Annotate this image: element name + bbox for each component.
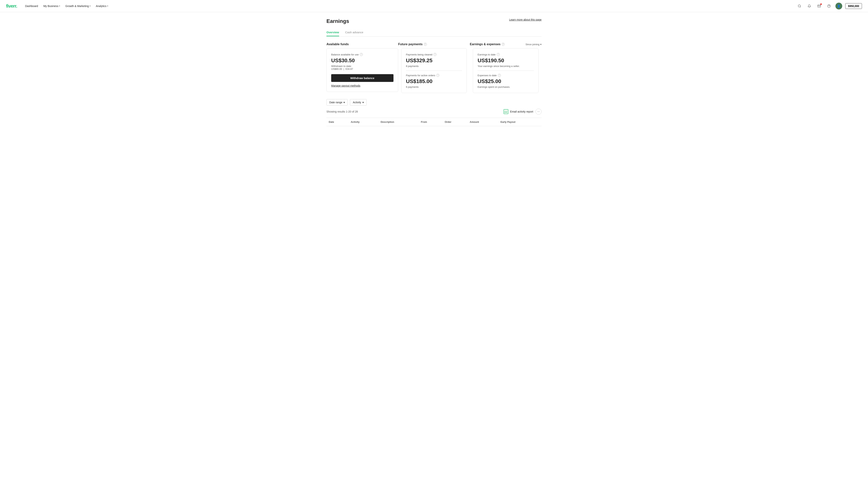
tab-overview[interactable]: Overview xyxy=(326,29,339,36)
earnings-expenses-title: Earnings & expenses ? xyxy=(470,43,505,46)
help-icon[interactable] xyxy=(826,3,832,10)
payments-clearing-card: Payments being cleared ? US$329.25 8 pay… xyxy=(401,48,467,93)
navbar: fiverr. Dashboard My Business ▾ Growth &… xyxy=(0,0,868,12)
active-orders-label: Payments for active orders ? xyxy=(406,74,462,77)
activity-filter[interactable]: Activity ▾ xyxy=(350,99,366,105)
results-count: Showing results 1-20 of 28 xyxy=(326,110,358,113)
nav-left: fiverr. Dashboard My Business ▾ Growth &… xyxy=(6,3,110,9)
avatar[interactable]: 👤 xyxy=(835,3,842,10)
messages-icon[interactable] xyxy=(816,3,823,10)
chevron-down-icon: ▾ xyxy=(59,5,60,7)
logo-dot: . xyxy=(16,3,17,9)
filters-row: Date range ▾ Activity ▾ xyxy=(326,99,542,105)
page-container: Earnings Learn more about this page Over… xyxy=(320,12,548,126)
earnings-to-date-amount: US$190.50 xyxy=(478,57,534,64)
future-payments-title: Future payments ? xyxy=(398,43,427,46)
csv-icon: CSV xyxy=(503,109,509,114)
col-from: From xyxy=(419,118,443,126)
col-early-payout: Early Payout xyxy=(498,118,542,126)
learn-more-link[interactable]: Learn more about this page xyxy=(509,18,542,21)
date-range-filter[interactable]: Date range ▾ xyxy=(326,99,348,105)
expenses-to-date-sub: Earnings spent on purchases. xyxy=(478,86,534,88)
future-payments-section: Future payments ? Payments being cleared… xyxy=(398,43,470,93)
nav-growth-marketing[interactable]: Growth & Marketing ▾ xyxy=(64,3,92,9)
svg-point-0 xyxy=(798,5,800,7)
balance-label: Balance available for use ? xyxy=(331,53,393,56)
earnings-expenses-header: Earnings & expenses ? Since joining ▾ xyxy=(470,43,542,46)
available-funds-header: Available funds xyxy=(326,43,398,46)
nav-analytics[interactable]: Analytics ▾ xyxy=(94,3,110,9)
col-description: Description xyxy=(378,118,419,126)
clearing-label: Payments being cleared ? xyxy=(406,53,462,56)
col-activity: Activity xyxy=(348,118,378,126)
future-payments-header: Future payments ? xyxy=(398,43,470,46)
cards-row: Available funds Balance available for us… xyxy=(326,43,542,93)
logo[interactable]: fiverr. xyxy=(6,3,17,9)
earnings-expenses-section: Earnings & expenses ? Since joining ▾ Ea… xyxy=(470,43,542,93)
balance-info-icon[interactable]: ? xyxy=(360,53,363,56)
chevron-down-icon: ▾ xyxy=(90,5,90,7)
clearing-info-icon[interactable]: ? xyxy=(433,53,436,56)
results-row: Showing results 1-20 of 28 CSV Email act… xyxy=(326,109,542,115)
search-icon[interactable] xyxy=(796,3,803,10)
svg-text:CSV: CSV xyxy=(504,111,508,113)
table: Date Activity Description From Order Amo… xyxy=(326,118,542,126)
table-actions: CSV Email activity report ··· xyxy=(503,109,542,115)
tabs: Overview Cash advance xyxy=(326,29,542,36)
earnings-to-date-sub: Your earnings since becoming a seller. xyxy=(478,65,534,68)
page-title: Earnings xyxy=(326,18,349,24)
earnings-expenses-card: Earnings to date ? US$190.50 Your earnin… xyxy=(473,48,538,93)
col-amount: Amount xyxy=(468,118,498,126)
chevron-down-icon: ▾ xyxy=(363,101,364,104)
notification-icon[interactable] xyxy=(806,3,813,10)
col-date: Date xyxy=(326,118,348,126)
clearing-sub: 8 payments xyxy=(406,65,462,68)
nav-dashboard[interactable]: Dashboard xyxy=(23,3,40,9)
chevron-down-icon: ▾ xyxy=(344,101,345,104)
future-payments-info-icon[interactable]: ? xyxy=(424,43,427,46)
withdraw-balance-button[interactable]: Withdraw balance xyxy=(331,74,393,82)
email-activity-report-button[interactable]: CSV Email activity report xyxy=(503,109,533,114)
since-joining-dropdown[interactable]: Since joining ▾ xyxy=(525,43,542,46)
col-order: Order xyxy=(442,118,467,126)
table-header: Date Activity Description From Order Amo… xyxy=(326,118,542,126)
balance-amount: US$30.50 xyxy=(331,57,393,64)
expenses-to-date-info-icon[interactable]: ? xyxy=(498,74,501,77)
manage-payout-link[interactable]: Manage payout methods xyxy=(331,84,360,87)
active-orders-amount: US$185.00 xyxy=(406,78,462,84)
withdrawn-row: Withdrawn to date: US$80.00 | €34.87 xyxy=(331,65,393,70)
message-badge xyxy=(820,3,822,5)
nav-links: Dashboard My Business ▾ Growth & Marketi… xyxy=(23,3,110,9)
balance-button[interactable]: $950,000 xyxy=(845,3,862,9)
table-header-row: Date Activity Description From Order Amo… xyxy=(326,118,542,126)
page-header: Earnings Learn more about this page xyxy=(326,18,542,24)
earnings-to-date-info-icon[interactable]: ? xyxy=(497,53,500,56)
nav-my-business[interactable]: My Business ▾ xyxy=(42,3,62,9)
chevron-down-icon: ▾ xyxy=(540,43,542,46)
active-orders-sub: 6 payments xyxy=(406,86,462,88)
clearing-amount: US$329.25 xyxy=(406,57,462,64)
available-funds-section: Available funds Balance available for us… xyxy=(326,43,398,93)
earnings-expenses-info-icon[interactable]: ? xyxy=(502,43,505,46)
more-options-button[interactable]: ··· xyxy=(535,109,542,115)
earnings-to-date-label: Earnings to date ? xyxy=(478,53,534,56)
svg-line-1 xyxy=(800,7,801,7)
available-funds-card: Balance available for use ? US$30.50 Wit… xyxy=(326,48,398,92)
active-orders-info-icon[interactable]: ? xyxy=(436,74,439,77)
nav-right: 👤 $950,000 xyxy=(796,3,862,10)
earnings-table: Date Activity Description From Order Amo… xyxy=(326,118,542,126)
expenses-to-date-amount: US$25.00 xyxy=(478,78,534,84)
expenses-to-date-label: Expenses to date ? xyxy=(478,74,534,77)
logo-text: fiverr xyxy=(6,3,16,9)
chevron-down-icon: ▾ xyxy=(107,5,108,7)
tab-cash-advance[interactable]: Cash advance xyxy=(345,29,363,36)
available-funds-title: Available funds xyxy=(326,43,349,46)
